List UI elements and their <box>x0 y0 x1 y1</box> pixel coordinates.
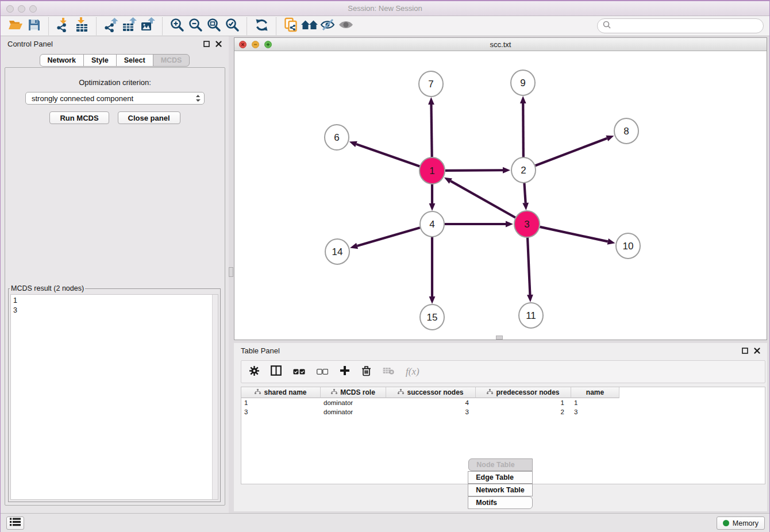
table-cell[interactable]: 1 <box>241 398 321 407</box>
node-11[interactable]: 11 <box>519 303 543 328</box>
add-column-button[interactable] <box>340 365 350 378</box>
horizontal-split-handle[interactable] <box>496 336 503 340</box>
table-cell[interactable]: dominator <box>321 398 386 407</box>
column-header-mcds-role[interactable]: MCDS role <box>321 387 386 398</box>
edge-2-3[interactable] <box>522 183 529 210</box>
optimization-criterion-select[interactable]: strongly connected component <box>25 92 205 105</box>
import-network-button[interactable] <box>54 17 72 35</box>
edge-1-4[interactable] <box>429 184 436 211</box>
export-image-button[interactable] <box>138 17 157 35</box>
edge-3-10[interactable] <box>540 227 615 245</box>
node-1[interactable]: 1 <box>419 157 445 184</box>
edge-4-15[interactable] <box>429 237 436 304</box>
node-6[interactable]: 6 <box>325 125 349 150</box>
node-3[interactable]: 3 <box>514 211 540 237</box>
network-zoom-button[interactable] <box>264 41 272 48</box>
network-canvas[interactable]: 7968124314101511 <box>234 51 767 340</box>
table-settings-button[interactable] <box>249 366 259 378</box>
search-input[interactable] <box>614 22 758 30</box>
tab-edge-table[interactable]: Edge Table <box>468 471 533 484</box>
deselect-all-button[interactable] <box>317 367 328 377</box>
table-panel-tabs: Node TableEdge TableNetwork TableMotifs <box>468 458 533 509</box>
table-cell[interactable]: 4 <box>386 398 476 407</box>
export-network-button[interactable] <box>102 17 120 35</box>
node-7[interactable]: 7 <box>419 71 443 97</box>
tab-network-table[interactable]: Network Table <box>468 484 533 496</box>
tab-style[interactable]: Style <box>83 54 117 67</box>
node-4[interactable]: 4 <box>420 211 444 237</box>
table-cell[interactable]: 1 <box>476 398 571 407</box>
column-header-shared-name[interactable]: shared name <box>241 387 321 398</box>
table-cell[interactable]: 3 <box>241 407 321 417</box>
edge-2-8[interactable] <box>536 136 614 165</box>
node-10[interactable]: 10 <box>616 233 640 259</box>
result-scrollbar[interactable] <box>212 295 218 499</box>
close-table-panel-button[interactable] <box>754 348 760 354</box>
table-cell[interactable]: 2 <box>476 407 571 417</box>
show-column-button[interactable] <box>271 365 282 378</box>
save-icon <box>28 18 41 34</box>
table-row: 1dominator411 <box>241 398 765 407</box>
node-8[interactable]: 8 <box>614 118 638 144</box>
mcds-result-fieldset: MCDS result (2 nodes) 1 3 <box>8 284 221 502</box>
close-panel-button[interactable] <box>215 41 222 47</box>
select-all-button[interactable] <box>293 367 305 377</box>
zoom-in-button[interactable] <box>168 17 186 35</box>
clone-network-button[interactable] <box>282 17 300 35</box>
table-cell[interactable]: dominator <box>321 407 386 417</box>
edge-2-9[interactable] <box>520 96 526 157</box>
edge-1-6[interactable] <box>349 141 420 167</box>
tab-motifs[interactable]: Motifs <box>468 496 533 509</box>
vertical-split-handle[interactable] <box>229 267 233 277</box>
tab-node-table[interactable]: Node Table <box>468 458 533 471</box>
column-header-successor-nodes[interactable]: successor nodes <box>386 387 476 398</box>
close-panel-action-button[interactable]: Close panel <box>118 111 180 124</box>
table-cell[interactable]: 3 <box>386 407 476 417</box>
network-close-button[interactable] <box>239 41 247 48</box>
open-file-button[interactable] <box>6 17 25 35</box>
float-table-panel-button[interactable] <box>742 348 748 354</box>
close-window-button[interactable] <box>6 5 14 13</box>
show-eye-button[interactable] <box>337 17 355 35</box>
control-panel: Control Panel NetworkStyleSelectMCDS Opt… <box>1 36 229 513</box>
zoom-selected-button[interactable] <box>223 17 241 35</box>
column-header-predecessor-nodes[interactable]: predecessor nodes <box>476 387 571 398</box>
node-2[interactable]: 2 <box>511 157 536 183</box>
float-panel-button[interactable] <box>203 41 210 47</box>
show-panels-button[interactable] <box>6 516 24 530</box>
node-15[interactable]: 15 <box>420 304 444 330</box>
zoom-fit-button[interactable] <box>205 17 223 35</box>
tab-select[interactable]: Select <box>116 54 153 67</box>
memory-button[interactable]: Memory <box>717 516 765 530</box>
tab-network[interactable]: Network <box>40 54 84 67</box>
edge-3-11[interactable] <box>527 237 533 302</box>
edge-4-14[interactable] <box>350 228 420 249</box>
home-icon <box>301 18 318 34</box>
import-table-button[interactable] <box>72 17 91 35</box>
column-header-name[interactable]: name <box>571 387 619 398</box>
node-label: 8 <box>623 126 629 137</box>
hide-eye-button[interactable] <box>318 17 337 35</box>
table-cell[interactable]: 1 <box>571 398 619 407</box>
delete-column-button[interactable] <box>361 365 371 379</box>
save-session-button[interactable] <box>25 17 43 35</box>
network-minimize-button[interactable] <box>252 41 259 48</box>
zoom-out-button[interactable] <box>186 17 205 35</box>
table-panel-title: Table Panel <box>241 346 280 355</box>
network-graph-svg[interactable]: 7968124314101511 <box>234 51 767 340</box>
edge-1-2[interactable] <box>445 167 510 174</box>
tab-mcds[interactable]: MCDS <box>153 54 190 67</box>
refresh-layout-button[interactable] <box>252 17 271 35</box>
node-14[interactable]: 14 <box>325 239 349 264</box>
zoom-window-button[interactable] <box>29 5 37 13</box>
export-table-button[interactable] <box>120 17 138 35</box>
node-9[interactable]: 9 <box>511 70 535 95</box>
table-cell[interactable]: 3 <box>571 407 619 417</box>
edge-4-3[interactable] <box>445 221 513 228</box>
edge-1-7[interactable] <box>428 97 434 157</box>
minimize-window-button[interactable] <box>18 5 25 13</box>
run-mcds-button[interactable]: Run MCDS <box>49 111 109 124</box>
home-button[interactable] <box>300 17 318 35</box>
edge-3-1[interactable] <box>444 178 515 218</box>
toolbar-separator <box>162 17 163 35</box>
